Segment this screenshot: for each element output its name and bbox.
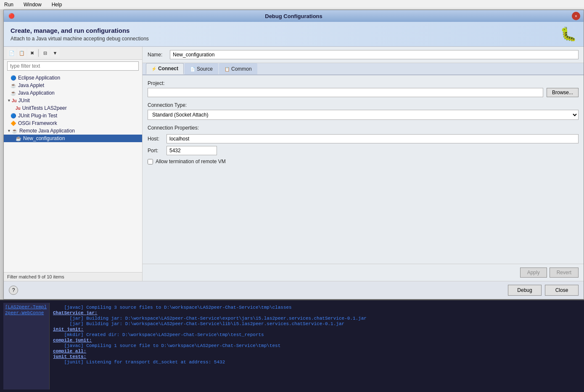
tab-connect[interactable]: ⚡ Connect (146, 63, 184, 74)
console-line-1: [javac] Compiling 3 source files to D:\w… (53, 305, 577, 310)
tab-common[interactable]: 📋 Common (219, 63, 257, 74)
tab-source[interactable]: 📄 Source (185, 63, 218, 74)
console-line-10: junit tests: (53, 354, 577, 359)
remote-java-expand-arrow: ▼ (7, 129, 11, 133)
console-line-11: [junit] Listening for transport dt_socke… (53, 360, 577, 365)
tab-bar: ⚡ Connect 📄 Source 📋 Common (143, 63, 584, 75)
junit-plugin-icon: 🔵 (11, 113, 16, 119)
apply-row: Apply Revert (143, 264, 584, 281)
filter-input[interactable] (7, 61, 139, 71)
connection-props-label: Connection Properties: (148, 125, 579, 131)
dialog-footer: ? Debug Close (4, 281, 584, 299)
common-tab-icon: 📋 (225, 67, 230, 72)
console-line-9: compile all: (53, 349, 577, 354)
connection-type-label: Connection Type: (148, 102, 579, 108)
config-toolbar: 📄 📋 ✖ ⊟ ▼ (4, 47, 142, 60)
junit-icon: Ju (12, 98, 17, 103)
project-input[interactable] (148, 88, 543, 97)
new-config-button[interactable]: 📄 (7, 48, 16, 58)
bug-icon: 🐛 (560, 26, 577, 42)
dialog-subtitle: Attach to a Java virtual machine accepti… (11, 36, 149, 42)
config-tree: 🔵 Eclipse Application ☕ Java Applet ☕ Ja… (4, 72, 142, 272)
name-input[interactable] (170, 50, 579, 59)
browse-button[interactable]: Browse... (547, 88, 579, 97)
window-icon: 🔴 (7, 12, 16, 20)
revert-button[interactable]: Revert (550, 268, 579, 278)
tree-item-java-application[interactable]: ☕ Java Application (4, 89, 142, 97)
name-label: Name: (148, 52, 166, 58)
close-icon[interactable]: × (572, 12, 580, 20)
tree-item-java-applet[interactable]: ☕ Java Applet (4, 82, 142, 89)
right-panel: Name: ⚡ Connect 📄 Source (143, 47, 584, 281)
host-label: Host: (148, 136, 166, 142)
osgi-icon: 🔶 (11, 121, 16, 126)
allow-termination-label: Allow termination of remote VM (156, 159, 226, 164)
expand-button[interactable]: ▼ (50, 48, 60, 58)
title-bar: 🔴 Debug Configurations × (4, 10, 584, 22)
console-line-5: init junit: (53, 327, 577, 332)
tree-item-unittests-las2peer[interactable]: Ju UnitTests LAS2peer (4, 104, 142, 112)
menu-run[interactable]: Run (2, 1, 16, 8)
left-sidebar-narrow (0, 10, 3, 299)
tree-item-junit-plugin[interactable]: 🔵 JUnit Plug-in Test (4, 112, 142, 119)
dialog-header: Create, manage, and run configurations A… (4, 22, 584, 47)
console-sidebar-item-1[interactable]: [LAS2peer-Templ (5, 305, 48, 310)
dialog-title: Debug Configurations (16, 13, 572, 19)
tab-content-connect: Project: Browse... Connection Type: Stan… (143, 75, 584, 264)
toolbar-separator (38, 49, 39, 57)
menu-window[interactable]: Window (21, 1, 44, 8)
tree-item-osgi[interactable]: 🔶 OSGi Framework (4, 119, 142, 127)
help-button[interactable]: ? (9, 286, 18, 295)
debug-button[interactable]: Debug (508, 285, 542, 296)
dialog-main-title: Create, manage, and run configurations (11, 27, 149, 34)
termination-row: Allow termination of remote VM (148, 159, 579, 164)
project-label: Project: (148, 80, 579, 86)
port-row: Port: (148, 146, 579, 155)
source-tab-icon: 📄 (190, 67, 195, 72)
new-config-tree-icon: ☕ (16, 136, 21, 141)
connection-props-group: Connection Properties: Host: Port: (148, 125, 579, 164)
delete-config-button[interactable]: ✖ (27, 48, 37, 58)
java-applet-icon: ☕ (11, 83, 16, 88)
connection-type-select[interactable]: Standard (Socket Attach) Socket Listen (148, 110, 579, 120)
console-line-7: compile junit: (53, 338, 577, 343)
tree-item-remote-java[interactable]: ▼ ☕ Remote Java Application (4, 127, 142, 135)
filter-status: Filter matched 9 of 10 items (4, 272, 142, 281)
port-label: Port: (148, 148, 166, 154)
connect-tab-icon: ⚡ (151, 66, 156, 71)
close-button[interactable]: Close (545, 285, 579, 296)
name-row: Name: (143, 47, 584, 63)
console-area: [LAS2peer-Templ 2peer-WebConne [javac] C… (0, 299, 584, 392)
collapse-all-button[interactable]: ⊟ (40, 48, 50, 58)
allow-termination-checkbox[interactable] (148, 159, 153, 164)
tree-item-new-configuration[interactable]: ☕ New_configuration (4, 135, 142, 142)
tree-item-eclipse-application[interactable]: 🔵 Eclipse Application (4, 74, 142, 82)
port-input[interactable] (166, 146, 217, 155)
console-line-3: [jar] Building jar: D:\workspace\LAS2pee… (53, 316, 577, 321)
host-input[interactable] (166, 134, 579, 143)
apply-button[interactable]: Apply (520, 268, 547, 278)
console-line-8: [javac] Compiling 1 source file to D:\wo… (53, 343, 577, 348)
tree-item-junit[interactable]: ▼ Ju JUnit (4, 97, 142, 104)
console-line-2: ChatService jar: (53, 310, 577, 315)
eclipse-app-icon: 🔵 (11, 75, 16, 81)
menu-bar: Run Window Help (0, 0, 584, 10)
console-line-4: [jar] Building jar: D:\workspace\LAS2pee… (53, 321, 577, 326)
java-app-icon: ☕ (11, 90, 16, 96)
duplicate-config-button[interactable]: 📋 (17, 48, 26, 58)
host-row: Host: (148, 134, 579, 143)
remote-java-icon: ☕ (12, 128, 18, 134)
connection-type-group: Connection Type: Standard (Socket Attach… (148, 102, 579, 120)
unittests-icon: Ju (16, 106, 21, 111)
console-sidebar-item-2[interactable]: 2peer-WebConne (5, 310, 48, 315)
junit-expand-arrow: ▼ (7, 98, 11, 103)
project-group: Project: Browse... (148, 80, 579, 97)
menu-help[interactable]: Help (49, 1, 65, 8)
console-line-6: [mkdir] Created dir: D:\workspace\LAS2pe… (53, 332, 577, 337)
left-panel: 📄 📋 ✖ ⊟ ▼ 🔵 Eclipse App (4, 47, 143, 281)
